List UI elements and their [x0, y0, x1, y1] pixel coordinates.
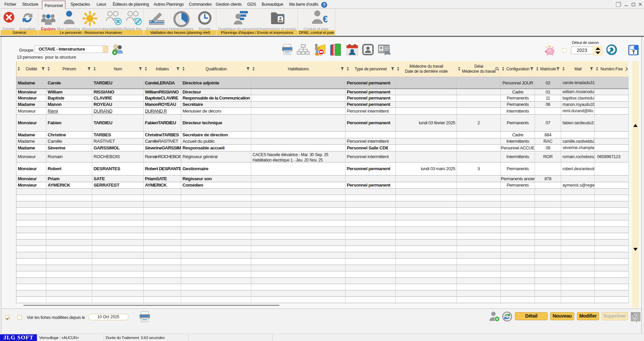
svg-text:T: T — [632, 50, 635, 55]
svg-text:?: ? — [323, 2, 326, 7]
svg-text:€: € — [323, 13, 327, 24]
